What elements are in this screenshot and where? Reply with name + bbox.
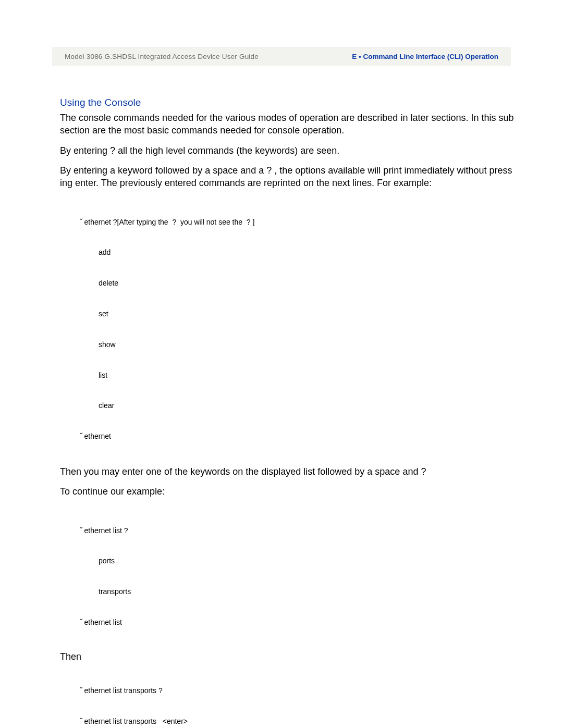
code-block: ˝ ethernet ?[After typing the ? you will… — [60, 196, 521, 462]
code-line: ports — [60, 556, 521, 566]
code-line: ˝ ethernet list — [60, 618, 521, 628]
code-line: ˝ ethernet list transports <enter> — [60, 717, 521, 727]
code-line: transports — [60, 587, 521, 597]
code-line: delete — [60, 278, 521, 289]
document-page: Model 3086 G.SHDSL Integrated Access Dev… — [0, 0, 563, 728]
section-heading: Using the Console — [60, 97, 521, 108]
code-line: add — [60, 248, 521, 258]
paragraph: By entering a keyword followed by a spac… — [60, 164, 521, 190]
header-guide-title: Model 3086 G.SHDSL Integrated Access Dev… — [65, 53, 259, 60]
code-line: set — [60, 309, 521, 319]
code-line: ˝ ethernet list ? — [60, 526, 521, 536]
page-content: Using the Console The console commands n… — [0, 66, 563, 728]
paragraph: Then — [60, 651, 521, 662]
paragraph: The console commands needed for the vari… — [60, 112, 521, 137]
code-line: ˝ ethernet — [60, 431, 521, 442]
code-line: ˝ ethernet ?[After typing the ? you will… — [60, 217, 521, 228]
code-line: clear — [60, 401, 521, 411]
paragraph: By entering ? all the high level command… — [60, 144, 521, 157]
page-header-band: Model 3086 G.SHDSL Integrated Access Dev… — [52, 47, 511, 66]
code-block: ˝ ethernet list ? ports transports ˝ eth… — [60, 505, 521, 648]
paragraph: To continue our example: — [60, 485, 521, 498]
code-line: show — [60, 340, 521, 350]
code-line: list — [60, 371, 521, 381]
code-line: ˝ ethernet list transports ? — [60, 686, 521, 696]
paragraph: Then you may enter one of the keywords o… — [60, 465, 521, 478]
header-section-title: E • Command Line Interface (CLI) Operati… — [352, 53, 498, 60]
code-block: ˝ ethernet list transports ? ˝ ethernet … — [60, 665, 521, 728]
